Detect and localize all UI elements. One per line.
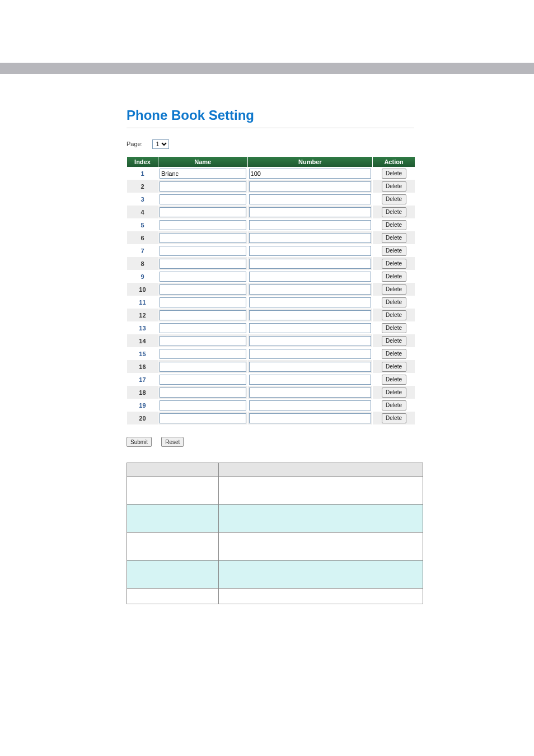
number-input[interactable] (249, 259, 372, 269)
number-input[interactable] (249, 297, 372, 307)
number-input[interactable] (249, 310, 372, 320)
delete-button[interactable]: Delete (382, 181, 406, 192)
delete-button[interactable]: Delete (382, 400, 406, 410)
number-input[interactable] (249, 207, 372, 217)
name-input[interactable] (160, 400, 246, 410)
name-input[interactable] (160, 284, 246, 295)
row-action-cell: Delete (373, 167, 415, 180)
delete-button[interactable]: Delete (382, 194, 406, 204)
table-row: 10Delete (127, 283, 415, 296)
number-input[interactable] (249, 388, 372, 398)
row-name-cell (158, 283, 247, 296)
info-table (127, 463, 423, 604)
table-row: 2Delete (127, 180, 415, 193)
info-row (127, 561, 423, 589)
delete-button[interactable]: Delete (382, 323, 406, 333)
number-input[interactable] (249, 181, 372, 192)
number-input[interactable] (249, 246, 372, 256)
row-name-cell (158, 334, 247, 347)
name-input[interactable] (160, 169, 246, 179)
page-select[interactable]: 1 (152, 139, 169, 149)
row-number-cell (247, 231, 373, 244)
delete-button[interactable]: Delete (382, 207, 406, 217)
row-number-cell (247, 412, 373, 424)
delete-button[interactable]: Delete (382, 259, 406, 269)
number-input[interactable] (249, 220, 372, 230)
name-input[interactable] (160, 207, 246, 217)
row-action-cell: Delete (373, 334, 415, 347)
delete-button[interactable]: Delete (382, 233, 406, 243)
number-input[interactable] (249, 272, 372, 282)
row-action-cell: Delete (373, 206, 415, 218)
delete-button[interactable]: Delete (382, 310, 406, 320)
submit-button[interactable]: Submit (127, 437, 152, 447)
delete-button[interactable]: Delete (382, 375, 406, 385)
delete-button[interactable]: Delete (382, 220, 406, 230)
name-input[interactable] (160, 220, 246, 230)
name-input[interactable] (160, 194, 246, 204)
name-input[interactable] (160, 310, 246, 320)
delete-button[interactable]: Delete (382, 272, 406, 282)
row-action-cell: Delete (373, 296, 415, 309)
name-input[interactable] (160, 233, 246, 243)
delete-button[interactable]: Delete (382, 297, 406, 307)
name-input[interactable] (160, 272, 246, 282)
name-input[interactable] (160, 388, 246, 398)
info-cell-b (219, 561, 423, 589)
number-input[interactable] (249, 349, 372, 359)
row-index: 4 (127, 206, 158, 218)
name-input[interactable] (160, 323, 246, 333)
table-row: 7Delete (127, 244, 415, 257)
row-index: 7 (127, 244, 158, 257)
row-name-cell (158, 180, 247, 193)
delete-button[interactable]: Delete (382, 169, 406, 179)
number-input[interactable] (249, 362, 372, 372)
row-action-cell: Delete (373, 270, 415, 283)
row-number-cell (247, 321, 373, 334)
name-input[interactable] (160, 297, 246, 307)
number-input[interactable] (249, 284, 372, 295)
number-input[interactable] (249, 375, 372, 385)
row-action-cell: Delete (373, 231, 415, 244)
number-input[interactable] (249, 400, 372, 410)
delete-button[interactable]: Delete (382, 413, 406, 423)
name-input[interactable] (160, 413, 246, 423)
row-name-cell (158, 270, 247, 283)
row-index: 16 (127, 360, 158, 373)
name-input[interactable] (160, 362, 246, 372)
row-index: 1 (127, 167, 158, 180)
info-cell-a (127, 505, 219, 533)
delete-button[interactable]: Delete (382, 349, 406, 359)
top-bar (0, 63, 534, 74)
delete-button[interactable]: Delete (382, 388, 406, 398)
row-index: 19 (127, 399, 158, 412)
number-input[interactable] (249, 413, 372, 423)
number-input[interactable] (249, 194, 372, 204)
name-input[interactable] (160, 181, 246, 192)
header-number: Number (247, 157, 373, 167)
name-input[interactable] (160, 349, 246, 359)
row-number-cell (247, 399, 373, 412)
name-input[interactable] (160, 246, 246, 256)
number-input[interactable] (249, 169, 372, 179)
row-name-cell (158, 347, 247, 360)
delete-button[interactable]: Delete (382, 246, 406, 256)
number-input[interactable] (249, 233, 372, 243)
row-index: 18 (127, 386, 158, 399)
info-row (127, 505, 423, 533)
row-name-cell (158, 373, 247, 386)
row-action-cell: Delete (373, 283, 415, 296)
delete-button[interactable]: Delete (382, 336, 406, 346)
name-input[interactable] (160, 336, 246, 346)
row-number-cell (247, 373, 373, 386)
delete-button[interactable]: Delete (382, 284, 406, 295)
delete-button[interactable]: Delete (382, 362, 406, 372)
number-input[interactable] (249, 336, 372, 346)
name-input[interactable] (160, 375, 246, 385)
row-index: 12 (127, 309, 158, 321)
name-input[interactable] (160, 259, 246, 269)
reset-button[interactable]: Reset (161, 437, 184, 447)
row-index: 11 (127, 296, 158, 309)
row-number-cell (247, 257, 373, 270)
number-input[interactable] (249, 323, 372, 333)
